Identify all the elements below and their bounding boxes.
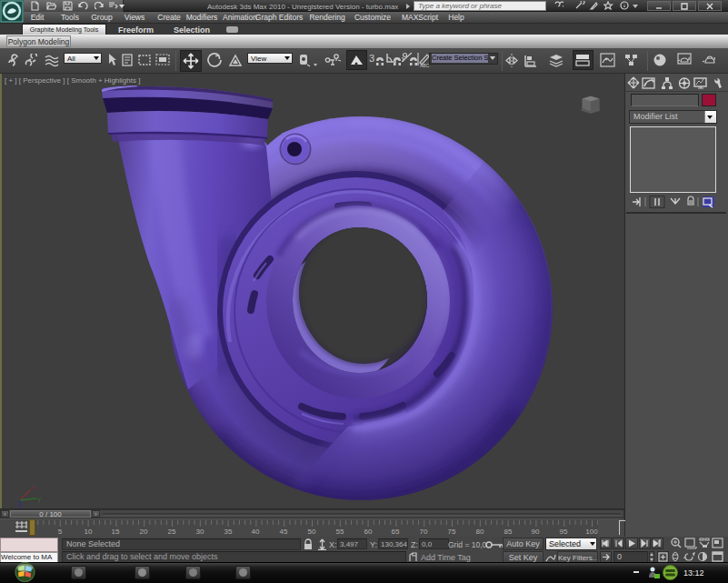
svg-text:x: x [32,483,35,491]
svg-text:3: 3 [369,53,374,64]
svg-text:y: y [37,495,41,503]
